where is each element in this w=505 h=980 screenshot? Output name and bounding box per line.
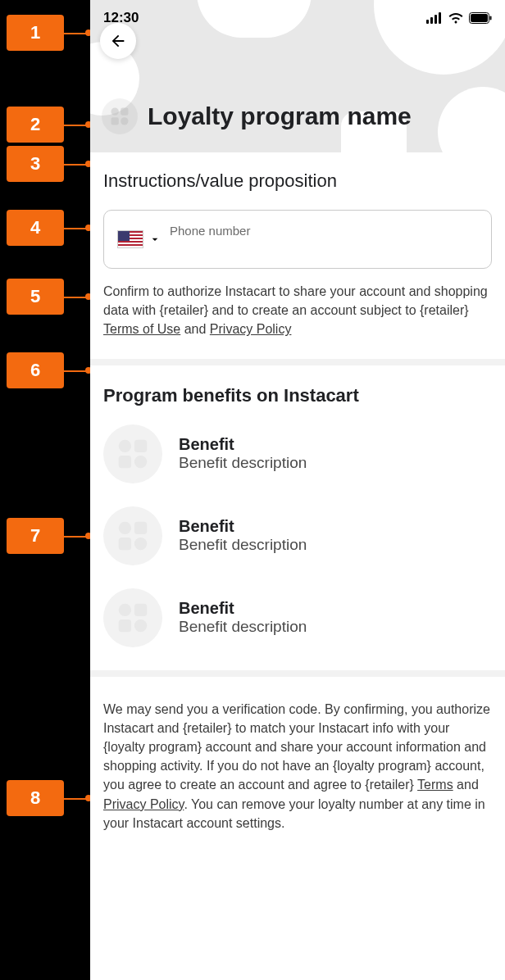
svg-rect-16	[134, 521, 147, 533]
svg-point-17	[134, 537, 147, 549]
callout-badge: 3	[7, 146, 64, 182]
benefit-description: Benefit description	[179, 618, 307, 636]
svg-point-19	[119, 603, 131, 615]
svg-rect-12	[134, 439, 147, 451]
page-title: Loyalty program name	[148, 102, 412, 130]
phone-number-field[interactable]: Phone number	[103, 210, 492, 269]
svg-rect-20	[134, 603, 147, 615]
svg-rect-3	[439, 12, 441, 24]
consent-short-text: Confirm to authorize Instacart to share …	[103, 282, 492, 339]
benefit-title: Benefit	[179, 517, 307, 536]
svg-rect-2	[434, 15, 437, 24]
phone-input[interactable]	[170, 238, 478, 255]
callout-badge: 7	[7, 518, 64, 554]
svg-rect-10	[111, 117, 119, 125]
callout-badge: 2	[7, 107, 64, 143]
benefits-section-title: Program benefits on Instacart	[103, 385, 492, 406]
svg-rect-5	[471, 14, 488, 22]
callout-badge: 4	[7, 210, 64, 246]
svg-point-9	[121, 117, 128, 125]
svg-rect-1	[430, 17, 433, 24]
hero-header: 12:30 Loyalty program name	[90, 0, 505, 152]
fine-print-text: We may send you a verification code. By …	[103, 696, 492, 833]
benefit-title: Benefit	[179, 435, 307, 454]
benefit-placeholder-icon	[103, 424, 162, 483]
svg-point-11	[119, 439, 131, 451]
svg-rect-14	[119, 455, 131, 467]
status-bar: 12:30	[90, 0, 505, 36]
chevron-down-icon	[148, 233, 162, 246]
svg-point-7	[111, 108, 119, 116]
callout-badge: 5	[7, 279, 64, 315]
svg-rect-6	[490, 16, 492, 20]
back-button[interactable]	[100, 23, 136, 59]
benefit-item: BenefitBenefit description	[103, 424, 492, 483]
callout-badge: 8	[7, 780, 64, 816]
callout-badge: 1	[7, 15, 64, 51]
arrow-left-icon	[109, 32, 127, 50]
instruction-text: Instructions/value proposition	[103, 170, 492, 192]
benefit-placeholder-icon	[103, 588, 162, 647]
benefit-title: Benefit	[179, 599, 307, 618]
wifi-icon	[448, 12, 464, 24]
country-code-selector[interactable]	[117, 230, 162, 248]
benefit-description: Benefit description	[179, 454, 307, 472]
phone-label: Phone number	[170, 224, 478, 238]
cellular-icon	[426, 12, 443, 24]
terms-link[interactable]: Terms	[417, 778, 453, 792]
device-frame: 12:30 Loyalty program name Instructions/…	[90, 0, 505, 980]
benefit-item: BenefitBenefit description	[103, 506, 492, 565]
section-divider	[90, 359, 505, 365]
annotation-callouts: 12345678	[0, 0, 90, 980]
battery-icon	[469, 12, 492, 24]
benefit-item: BenefitBenefit description	[103, 588, 492, 647]
terms-of-use-link[interactable]: Terms of Use	[103, 322, 180, 336]
svg-point-15	[119, 521, 131, 533]
svg-rect-22	[119, 619, 131, 631]
svg-point-13	[134, 455, 147, 467]
privacy-policy-link[interactable]: Privacy Policy	[103, 797, 184, 811]
benefits-list: BenefitBenefit descriptionBenefitBenefit…	[103, 424, 492, 647]
flag-us-icon	[117, 230, 143, 248]
benefit-description: Benefit description	[179, 536, 307, 554]
svg-rect-0	[426, 20, 429, 24]
benefit-placeholder-icon	[103, 506, 162, 565]
svg-rect-8	[121, 108, 128, 116]
svg-point-21	[134, 619, 147, 631]
program-logo-placeholder-icon	[102, 98, 138, 134]
hero-shape	[438, 87, 505, 152]
status-right	[426, 12, 492, 24]
callout-badge: 6	[7, 352, 64, 388]
svg-rect-18	[119, 537, 131, 549]
section-divider	[90, 670, 505, 677]
privacy-policy-link[interactable]: Privacy Policy	[210, 322, 292, 336]
